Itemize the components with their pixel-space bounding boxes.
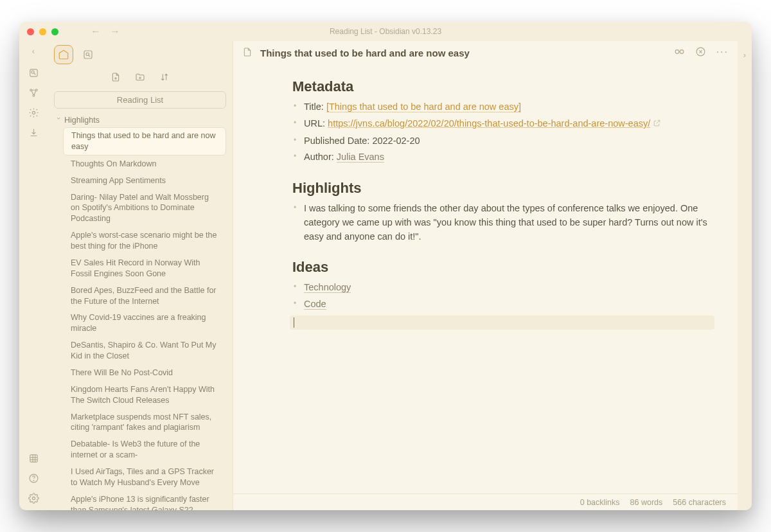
forward-button[interactable]: → bbox=[110, 26, 120, 37]
sidebar: Reading List › Highlights Things that us… bbox=[48, 41, 233, 510]
status-words: 86 words bbox=[630, 498, 663, 507]
download-icon[interactable] bbox=[28, 127, 39, 138]
file-tree-item[interactable]: Debatable- Is Web3 the future of the int… bbox=[63, 436, 226, 463]
svg-rect-18 bbox=[84, 51, 92, 58]
idea-link[interactable]: Code bbox=[304, 299, 326, 310]
url-link[interactable]: https://jvns.ca/blog/2022/02/20/things-t… bbox=[328, 118, 650, 129]
search-tab[interactable] bbox=[78, 45, 98, 64]
folder-label: Highlights bbox=[64, 116, 100, 125]
help-icon[interactable] bbox=[28, 473, 39, 484]
gear-icon[interactable] bbox=[28, 493, 39, 504]
svg-point-17 bbox=[32, 497, 35, 499]
file-tree-item[interactable]: Apple's worst-case scenario might be the… bbox=[63, 227, 226, 254]
svg-point-9 bbox=[32, 111, 35, 114]
history-nav: ← → bbox=[91, 26, 120, 37]
file-tree-item[interactable]: Kingdom Hearts Fans Aren't Happy With Th… bbox=[63, 382, 226, 409]
settings-ribbon-icon[interactable] bbox=[28, 107, 39, 118]
document-header: Things that used to be hard and are now … bbox=[233, 41, 738, 66]
file-tree-item[interactable]: Bored Apes, BuzzFeed and the Battle for … bbox=[63, 283, 226, 310]
document-icon bbox=[242, 47, 253, 60]
svg-point-3 bbox=[30, 89, 31, 91]
external-link-icon bbox=[653, 118, 661, 132]
folder-highlights[interactable]: › Highlights bbox=[51, 114, 229, 127]
highlight-item: I was talking to some friends the other … bbox=[292, 200, 714, 245]
quick-switcher-icon[interactable] bbox=[28, 67, 39, 78]
minimize-window-button[interactable] bbox=[39, 28, 46, 35]
status-bar: 0 backlinks 86 words 566 characters bbox=[233, 493, 738, 510]
svg-point-4 bbox=[35, 89, 37, 91]
svg-line-2 bbox=[33, 73, 35, 75]
svg-point-25 bbox=[675, 50, 679, 54]
titlebar: ← → Reading List - Obsidian v0.13.23 bbox=[19, 22, 752, 41]
editor-pane: Things that used to be hard and are now … bbox=[233, 41, 738, 510]
new-folder-icon[interactable] bbox=[135, 72, 145, 85]
window-title: Reading List - Obsidian v0.13.23 bbox=[330, 27, 441, 36]
meta-author-row: Author: Julia Evans bbox=[292, 149, 714, 166]
file-tree-item[interactable]: Marketplace suspends most NFT sales, cit… bbox=[63, 409, 226, 436]
file-tree-item[interactable]: Why Covid-19 vaccines are a freaking mir… bbox=[63, 310, 226, 337]
svg-point-19 bbox=[86, 53, 89, 56]
vault-name[interactable]: Reading List bbox=[54, 91, 226, 109]
idea-item: Technology bbox=[292, 279, 714, 296]
file-tree-item[interactable]: Streaming App Sentiments bbox=[63, 173, 226, 189]
sort-icon[interactable] bbox=[159, 72, 170, 85]
file-explorer-tab[interactable] bbox=[54, 45, 73, 64]
author-link[interactable]: Julia Evans bbox=[337, 152, 384, 163]
svg-line-6 bbox=[31, 91, 33, 94]
document-title[interactable]: Things that used to be hard and are now … bbox=[260, 48, 666, 58]
svg-line-20 bbox=[89, 55, 90, 57]
more-options-icon[interactable]: ··· bbox=[716, 46, 729, 60]
idea-link[interactable]: Technology bbox=[304, 282, 351, 293]
app-window: ← → Reading List - Obsidian v0.13.23 ‹ bbox=[19, 22, 752, 510]
idea-item: Code bbox=[292, 296, 714, 313]
status-chars: 566 characters bbox=[673, 498, 726, 507]
ideas-heading: Ideas bbox=[292, 259, 714, 276]
meta-published-row: Published Date: 2022-02-20 bbox=[292, 133, 714, 150]
file-tree-item[interactable]: EV Sales Hit Record in Norway With Fossi… bbox=[63, 255, 226, 282]
new-note-icon[interactable] bbox=[111, 72, 121, 85]
chevron-down-icon: › bbox=[55, 117, 62, 123]
meta-title-row: Title: [Things that used to be hard and … bbox=[292, 99, 714, 116]
svg-point-16 bbox=[33, 481, 34, 481]
expand-right-sidebar-button[interactable]: › bbox=[738, 41, 752, 510]
svg-point-26 bbox=[680, 50, 684, 54]
collapse-sidebar-button[interactable]: ‹ bbox=[32, 46, 35, 56]
svg-point-5 bbox=[33, 94, 35, 96]
back-button[interactable]: ← bbox=[91, 26, 101, 37]
metadata-heading: Metadata bbox=[292, 78, 714, 95]
file-tree-item[interactable]: DeSantis, Shapiro & Co. Want To Put My K… bbox=[63, 337, 226, 364]
svg-rect-10 bbox=[30, 455, 37, 462]
reading-view-icon[interactable] bbox=[674, 46, 685, 60]
window-controls bbox=[27, 28, 58, 35]
file-tree-item[interactable]: I Used AirTags, Tiles and a GPS Tracker … bbox=[63, 464, 226, 491]
file-tree-item[interactable]: Thoughts On Markdown bbox=[63, 156, 226, 172]
sidebar-actions bbox=[48, 68, 233, 91]
maximize-window-button[interactable] bbox=[51, 28, 58, 35]
highlights-heading: Highlights bbox=[292, 180, 714, 197]
title-link[interactable]: [Things that used to be hard and are now… bbox=[326, 102, 521, 112]
file-tree: › Highlights Things that used to be hard… bbox=[48, 114, 233, 510]
grid-icon[interactable] bbox=[28, 453, 39, 464]
document-body[interactable]: Metadata Title: [Things that used to be … bbox=[233, 66, 738, 493]
close-window-button[interactable] bbox=[27, 28, 34, 35]
file-tree-item[interactable]: Daring- Nilay Patel and Walt Mossberg on… bbox=[63, 190, 226, 227]
close-pane-icon[interactable] bbox=[695, 46, 706, 60]
active-editor-line[interactable] bbox=[290, 315, 714, 330]
left-ribbon: ‹ bbox=[19, 41, 48, 510]
status-backlinks[interactable]: 0 backlinks bbox=[580, 498, 620, 507]
svg-line-7 bbox=[34, 91, 35, 94]
graph-view-icon[interactable] bbox=[28, 87, 39, 98]
file-tree-item[interactable]: There Will Be No Post-Covid bbox=[63, 365, 226, 381]
meta-url-row: URL: https://jvns.ca/blog/2022/02/20/thi… bbox=[292, 116, 714, 133]
file-tree-item[interactable]: Apple's iPhone 13 is significantly faste… bbox=[63, 492, 226, 510]
file-tree-item[interactable]: Things that used to be hard and are now … bbox=[63, 127, 226, 155]
